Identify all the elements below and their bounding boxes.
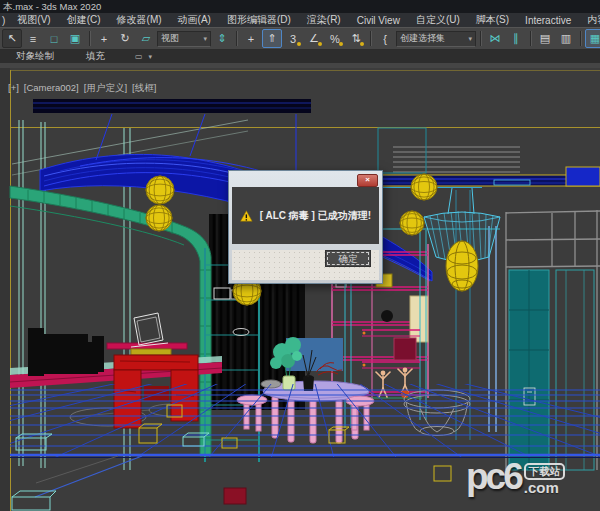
- select-and-scale-icon[interactable]: ▱: [136, 29, 156, 48]
- named-selection-set-value: 创建选择集: [400, 32, 464, 45]
- dialog-body: [ ALC 病毒 ] 已成功清理!: [232, 187, 379, 244]
- dialog-footer: 确定: [232, 250, 379, 280]
- toolbar-separator: [370, 31, 371, 46]
- toolbar-separator: [480, 31, 481, 46]
- ribbon-tab-bar: 对象绘制 填充 ▭ ▾: [0, 50, 600, 63]
- chevron-down-icon: ▾: [149, 53, 153, 61]
- align-icon[interactable]: ∥: [506, 29, 526, 48]
- viewport-label: [+] [Camera002] [用户定义] [线框]: [8, 82, 156, 95]
- lamp-bulb-wireframe[interactable]: [446, 241, 478, 291]
- pc6-watermark: pc6 下载站 .com: [466, 453, 565, 501]
- menu-item-create[interactable]: 创建(C): [59, 13, 109, 27]
- chevron-down-icon: ▾: [203, 35, 207, 43]
- select-and-rotate-icon[interactable]: ↻: [115, 29, 135, 48]
- dialog-title-bar[interactable]: ×: [232, 174, 379, 187]
- toolbar-separator: [89, 31, 90, 46]
- cream-panel: [410, 296, 428, 342]
- menu-item-scripting[interactable]: 脚本(S): [468, 13, 517, 27]
- ribbon-tool-icon: ▭: [135, 52, 143, 61]
- percent-snap-icon[interactable]: %: [325, 29, 345, 48]
- menu-item-animation[interactable]: 动画(A): [170, 13, 219, 27]
- ok-button[interactable]: 确定: [325, 250, 371, 267]
- sphere-lamp-2[interactable]: [146, 205, 172, 231]
- menu-item-modifiers[interactable]: 修改器(M): [109, 13, 170, 27]
- angle-snap-icon[interactable]: ∠: [304, 29, 324, 48]
- chevron-down-icon: ▾: [468, 35, 472, 43]
- dialog-message: [ ALC 病毒 ] 已成功清理!: [260, 209, 371, 223]
- menu-item-content[interactable]: 内容: [579, 13, 600, 27]
- toolbars-icon[interactable]: ▤: [535, 29, 555, 48]
- keyboard-override-icon[interactable]: ⇑: [262, 29, 282, 48]
- reference-coordinate-dropdown[interactable]: 视图 ▾: [157, 31, 211, 47]
- window-crossing-icon[interactable]: ▣: [65, 29, 85, 48]
- toolbar-separator: [236, 31, 237, 46]
- select-and-manipulate-icon[interactable]: +: [241, 29, 261, 48]
- viewport-shading-menu[interactable]: [用户定义]: [84, 82, 127, 95]
- reference-coordinate-value: 视图: [161, 32, 199, 45]
- named-selection-set-field[interactable]: 创建选择集 ▾: [396, 31, 476, 47]
- speaker: [381, 310, 393, 322]
- snaps-toggle-icon[interactable]: 3: [283, 29, 303, 48]
- scene-wireframe[interactable]: [0, 68, 600, 511]
- tab-object-paint[interactable]: 对象绘制: [0, 50, 70, 63]
- layer-manager-icon[interactable]: ▥: [556, 29, 576, 48]
- use-pivot-center-icon[interactable]: ⇕: [212, 29, 232, 48]
- main-toolbar: ↖ ≡ □ ▣ + ↻ ▱ 视图 ▾ ⇕ + ⇑ 3 ∠ % ⇅ { 创建选择集…: [0, 27, 600, 50]
- viewport-general-menu[interactable]: [+]: [8, 82, 19, 95]
- selection-region-icon[interactable]: □: [44, 29, 64, 48]
- mirror-icon[interactable]: ⋈: [485, 29, 505, 48]
- menu-item-partial[interactable]: ): [0, 15, 9, 26]
- menu-bar: ) 视图(V) 创建(C) 修改器(M) 动画(A) 图形编辑器(D) 渲染(R…: [0, 13, 600, 27]
- watermark-tld: .com: [524, 480, 559, 495]
- keyboard: [131, 349, 171, 355]
- dialog-close-button[interactable]: ×: [357, 174, 378, 187]
- sphere-lamp-4[interactable]: [400, 211, 424, 235]
- edit-named-selection-sets-icon[interactable]: {: [375, 29, 395, 48]
- menu-item-views[interactable]: 视图(V): [9, 13, 58, 27]
- menu-item-customize[interactable]: 自定义(U): [408, 13, 468, 27]
- sphere-lamp-3[interactable]: [411, 174, 437, 200]
- close-icon: ×: [365, 175, 370, 184]
- ribbon-toggle-icon[interactable]: ▦: [585, 29, 600, 48]
- alert-dialog: × [ ALC 病毒 ] 已成功清理! 确定: [228, 170, 383, 284]
- select-and-move-icon[interactable]: +: [94, 29, 114, 48]
- menu-item-interactive[interactable]: Interactive: [517, 15, 579, 26]
- ceiling-navy-band: [33, 99, 311, 113]
- toolbar-separator: [580, 31, 581, 46]
- menu-item-civil-view[interactable]: Civil View: [349, 15, 408, 26]
- watermark-badge: 下载站: [524, 463, 566, 480]
- ribbon-tool-button[interactable]: ▭ ▾: [135, 52, 152, 61]
- spinner-snap-icon[interactable]: ⇅: [346, 29, 366, 48]
- viewport-pov-menu[interactable]: [Camera002]: [24, 82, 79, 95]
- window-title: 本.max - 3ds Max 2020: [3, 1, 101, 12]
- maroon-box: [394, 338, 416, 360]
- maroon-books: [224, 488, 246, 504]
- menu-item-graph-editors[interactable]: 图形编辑器(D): [219, 13, 299, 27]
- camera-viewport[interactable]: [+] [Camera002] [用户定义] [线框]: [0, 68, 600, 511]
- window-title-bar[interactable]: 本.max - 3ds Max 2020: [0, 0, 600, 13]
- toolbar-separator: [530, 31, 531, 46]
- select-by-name-icon[interactable]: ≡: [23, 29, 43, 48]
- select-object-icon[interactable]: ↖: [2, 29, 22, 48]
- tab-populate[interactable]: 填充: [70, 50, 121, 63]
- viewport-wireframe-menu[interactable]: [线框]: [132, 82, 156, 95]
- warning-icon: [240, 206, 253, 226]
- watermark-brand: pc6: [466, 453, 521, 501]
- menu-item-rendering[interactable]: 渲染(R): [299, 13, 349, 27]
- sphere-lamp-1[interactable]: [146, 176, 174, 204]
